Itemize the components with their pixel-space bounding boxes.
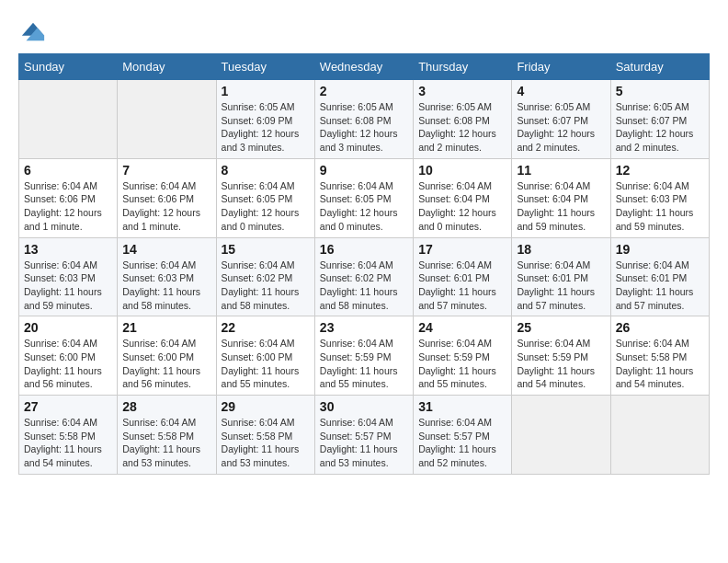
day-info: Sunrise: 6:04 AMSunset: 5:57 PMDaylight:… [320, 416, 408, 470]
day-info: Sunrise: 6:04 AMSunset: 6:02 PMDaylight:… [320, 259, 408, 313]
weekday-header: Saturday [610, 54, 709, 80]
weekday-header: Tuesday [216, 54, 314, 80]
calendar-week-row: 6Sunrise: 6:04 AMSunset: 6:06 PMDaylight… [19, 158, 710, 237]
calendar-cell: 22Sunrise: 6:04 AMSunset: 6:00 PMDayligh… [216, 316, 314, 396]
day-number: 22 [222, 320, 310, 335]
calendar-cell: 3Sunrise: 6:05 AMSunset: 6:08 PMDaylight… [414, 80, 512, 159]
day-number: 17 [418, 242, 506, 257]
day-number: 8 [222, 163, 310, 178]
day-number: 18 [517, 242, 605, 257]
calendar-cell: 11Sunrise: 6:04 AMSunset: 6:04 PMDayligh… [512, 158, 610, 237]
calendar-week-row: 27Sunrise: 6:04 AMSunset: 5:58 PMDayligh… [19, 396, 710, 475]
calendar-table: SundayMondayTuesdayWednesdayThursdayFrid… [18, 53, 710, 475]
day-number: 10 [418, 163, 506, 178]
day-number: 5 [616, 84, 704, 98]
day-number: 12 [616, 163, 704, 178]
calendar-cell: 27Sunrise: 6:04 AMSunset: 5:58 PMDayligh… [19, 396, 118, 475]
day-number: 15 [222, 242, 310, 257]
weekday-header: Friday [512, 54, 610, 80]
calendar-cell: 20Sunrise: 6:04 AMSunset: 6:00 PMDayligh… [19, 316, 118, 396]
day-info: Sunrise: 6:04 AMSunset: 5:59 PMDaylight:… [320, 337, 408, 391]
calendar-cell: 2Sunrise: 6:05 AMSunset: 6:08 PMDaylight… [314, 80, 413, 159]
day-info: Sunrise: 6:05 AMSunset: 6:09 PMDaylight:… [222, 100, 310, 155]
calendar-cell: 29Sunrise: 6:04 AMSunset: 5:58 PMDayligh… [216, 396, 314, 475]
day-number: 7 [122, 163, 210, 178]
logo [18, 18, 46, 44]
day-info: Sunrise: 6:04 AMSunset: 6:00 PMDaylight:… [24, 337, 112, 391]
calendar-cell: 28Sunrise: 6:04 AMSunset: 5:58 PMDayligh… [118, 396, 216, 475]
calendar-week-row: 20Sunrise: 6:04 AMSunset: 6:00 PMDayligh… [19, 316, 710, 396]
day-number: 31 [418, 399, 506, 414]
calendar-cell: 23Sunrise: 6:04 AMSunset: 5:59 PMDayligh… [314, 316, 413, 396]
day-info: Sunrise: 6:04 AMSunset: 6:01 PMDaylight:… [517, 259, 605, 313]
day-number: 11 [517, 163, 605, 178]
calendar-cell: 10Sunrise: 6:04 AMSunset: 6:04 PMDayligh… [414, 158, 512, 237]
day-info: Sunrise: 6:04 AMSunset: 6:02 PMDaylight:… [222, 259, 310, 313]
day-info: Sunrise: 6:04 AMSunset: 6:00 PMDaylight:… [222, 337, 310, 391]
day-number: 26 [616, 320, 704, 335]
day-info: Sunrise: 6:04 AMSunset: 5:58 PMDaylight:… [122, 416, 210, 470]
day-info: Sunrise: 6:04 AMSunset: 5:58 PMDaylight:… [222, 416, 310, 470]
day-info: Sunrise: 6:04 AMSunset: 6:05 PMDaylight:… [320, 179, 408, 234]
day-number: 2 [320, 84, 408, 98]
day-number: 4 [517, 84, 605, 98]
calendar-cell: 25Sunrise: 6:04 AMSunset: 5:59 PMDayligh… [512, 316, 610, 396]
calendar-cell: 15Sunrise: 6:04 AMSunset: 6:02 PMDayligh… [216, 237, 314, 316]
day-info: Sunrise: 6:04 AMSunset: 6:05 PMDaylight:… [222, 179, 310, 234]
day-number: 29 [222, 399, 310, 414]
day-number: 24 [418, 320, 506, 335]
day-info: Sunrise: 6:04 AMSunset: 5:57 PMDaylight:… [418, 416, 506, 470]
day-info: Sunrise: 6:04 AMSunset: 6:06 PMDaylight:… [122, 179, 210, 234]
day-info: Sunrise: 6:04 AMSunset: 5:59 PMDaylight:… [418, 337, 506, 391]
calendar-cell: 14Sunrise: 6:04 AMSunset: 6:03 PMDayligh… [118, 237, 216, 316]
calendar-cell: 13Sunrise: 6:04 AMSunset: 6:03 PMDayligh… [19, 237, 118, 316]
calendar-cell [610, 396, 709, 475]
weekday-header: Sunday [19, 54, 118, 80]
day-info: Sunrise: 6:04 AMSunset: 6:04 PMDaylight:… [418, 179, 506, 234]
calendar-cell: 19Sunrise: 6:04 AMSunset: 6:01 PMDayligh… [610, 237, 709, 316]
weekday-header: Wednesday [314, 54, 413, 80]
weekday-header-row: SundayMondayTuesdayWednesdayThursdayFrid… [19, 54, 710, 80]
calendar-cell: 31Sunrise: 6:04 AMSunset: 5:57 PMDayligh… [414, 396, 512, 475]
day-number: 25 [517, 320, 605, 335]
calendar-cell: 21Sunrise: 6:04 AMSunset: 6:00 PMDayligh… [118, 316, 216, 396]
calendar-cell: 30Sunrise: 6:04 AMSunset: 5:57 PMDayligh… [314, 396, 413, 475]
logo-icon [20, 18, 46, 44]
day-info: Sunrise: 6:05 AMSunset: 6:08 PMDaylight:… [320, 100, 408, 155]
day-number: 28 [122, 399, 210, 414]
calendar-cell: 26Sunrise: 6:04 AMSunset: 5:58 PMDayligh… [610, 316, 709, 396]
calendar-cell [512, 396, 610, 475]
day-info: Sunrise: 6:05 AMSunset: 6:08 PMDaylight:… [418, 100, 506, 155]
day-number: 30 [320, 399, 408, 414]
calendar-cell: 16Sunrise: 6:04 AMSunset: 6:02 PMDayligh… [314, 237, 413, 316]
calendar-cell: 9Sunrise: 6:04 AMSunset: 6:05 PMDaylight… [314, 158, 413, 237]
calendar-cell: 17Sunrise: 6:04 AMSunset: 6:01 PMDayligh… [414, 237, 512, 316]
day-info: Sunrise: 6:04 AMSunset: 5:58 PMDaylight:… [24, 416, 112, 470]
calendar-cell [19, 80, 118, 159]
calendar-cell [118, 80, 216, 159]
day-info: Sunrise: 6:05 AMSunset: 6:07 PMDaylight:… [616, 100, 704, 155]
calendar-cell: 12Sunrise: 6:04 AMSunset: 6:03 PMDayligh… [610, 158, 709, 237]
day-info: Sunrise: 6:04 AMSunset: 6:03 PMDaylight:… [616, 179, 704, 234]
day-number: 14 [122, 242, 210, 257]
day-info: Sunrise: 6:04 AMSunset: 6:03 PMDaylight:… [24, 259, 112, 313]
day-number: 23 [320, 320, 408, 335]
calendar-cell: 5Sunrise: 6:05 AMSunset: 6:07 PMDaylight… [610, 80, 709, 159]
calendar-cell: 4Sunrise: 6:05 AMSunset: 6:07 PMDaylight… [512, 80, 610, 159]
weekday-header: Monday [118, 54, 216, 80]
day-info: Sunrise: 6:04 AMSunset: 5:59 PMDaylight:… [517, 337, 605, 391]
calendar-cell: 24Sunrise: 6:04 AMSunset: 5:59 PMDayligh… [414, 316, 512, 396]
day-info: Sunrise: 6:04 AMSunset: 6:04 PMDaylight:… [517, 179, 605, 234]
day-number: 9 [320, 163, 408, 178]
day-info: Sunrise: 6:04 AMSunset: 6:01 PMDaylight:… [616, 259, 704, 313]
calendar-cell: 7Sunrise: 6:04 AMSunset: 6:06 PMDaylight… [118, 158, 216, 237]
weekday-header: Thursday [414, 54, 512, 80]
day-info: Sunrise: 6:04 AMSunset: 6:01 PMDaylight:… [418, 259, 506, 313]
calendar-cell: 8Sunrise: 6:04 AMSunset: 6:05 PMDaylight… [216, 158, 314, 237]
day-number: 1 [222, 84, 310, 98]
day-number: 16 [320, 242, 408, 257]
day-info: Sunrise: 6:05 AMSunset: 6:07 PMDaylight:… [517, 100, 605, 155]
calendar-week-row: 13Sunrise: 6:04 AMSunset: 6:03 PMDayligh… [19, 237, 710, 316]
day-number: 21 [122, 320, 210, 335]
day-info: Sunrise: 6:04 AMSunset: 6:03 PMDaylight:… [122, 259, 210, 313]
